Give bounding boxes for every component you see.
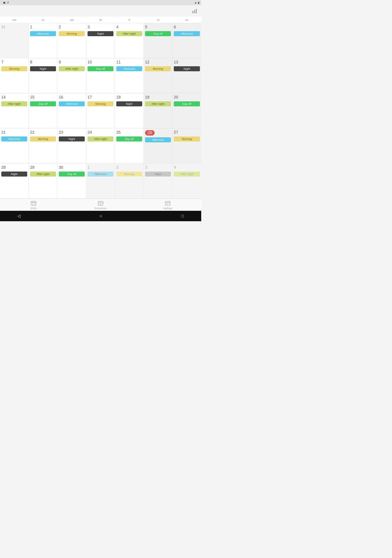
bar-chart-icon[interactable] bbox=[192, 9, 198, 15]
calendar-cell-1-5[interactable]: 12Morning bbox=[144, 58, 172, 93]
cell-date: 26 bbox=[145, 130, 155, 136]
calendar-cell-4-3[interactable]: 1Afternoon bbox=[86, 164, 115, 198]
calendar-cell-4-5[interactable]: 3Night bbox=[144, 164, 172, 198]
cell-date: 3 bbox=[87, 25, 113, 29]
shift-badge: Day off bbox=[87, 66, 113, 71]
calendar-cell-0-5[interactable]: 5Day off bbox=[144, 23, 172, 58]
cell-date: 4 bbox=[174, 165, 200, 170]
calendar-cell-4-2[interactable]: 30Day off bbox=[58, 164, 86, 198]
cell-date: 19 bbox=[145, 95, 171, 100]
calendar-cell-0-0[interactable]: 31 bbox=[0, 23, 29, 58]
cell-date: 28 bbox=[1, 165, 27, 170]
shift-badge: Morning bbox=[174, 136, 200, 141]
calendar-week-2: 14After night15Day off16Afternoon17Morni… bbox=[0, 93, 201, 128]
cell-date: 5 bbox=[145, 25, 171, 29]
calendar-cell-4-0[interactable]: 28Night bbox=[0, 164, 29, 198]
day-header-fr: fr bbox=[115, 17, 144, 23]
svg-rect-2 bbox=[196, 9, 197, 13]
calendar-cell-2-3[interactable]: 17Morning bbox=[86, 93, 115, 128]
status-left: ▣ ↺ bbox=[2, 1, 9, 4]
back-button[interactable]: ◁ bbox=[17, 214, 20, 218]
shift-badge: Day off bbox=[174, 101, 200, 106]
svg-rect-0 bbox=[192, 11, 193, 13]
calendar-cell-0-6[interactable]: 6Afternoon bbox=[172, 23, 201, 58]
cell-date: 7 bbox=[1, 60, 27, 64]
battery-icon: ▮ bbox=[198, 1, 199, 4]
cell-date: 27 bbox=[174, 130, 200, 135]
cell-date: 1 bbox=[30, 25, 56, 29]
day-header-mo: mo bbox=[0, 17, 29, 23]
calendar-cell-4-6[interactable]: 4After night bbox=[172, 164, 201, 198]
calendar-cell-2-0[interactable]: 14After night bbox=[0, 93, 29, 128]
calendar-cell-0-3[interactable]: 3Night bbox=[86, 23, 115, 58]
day-header-st: st bbox=[144, 17, 172, 23]
cell-date: 16 bbox=[59, 95, 85, 100]
calendar-cell-1-1[interactable]: 8Night bbox=[29, 58, 58, 93]
shift-badge: After night bbox=[87, 136, 113, 141]
shift-badge: After night bbox=[174, 172, 200, 176]
shift-badge: Afternoon bbox=[145, 137, 171, 142]
shift-badge: Morning bbox=[87, 101, 113, 106]
calendar-cell-3-4[interactable]: 25Day off bbox=[115, 128, 144, 163]
cell-date: 6 bbox=[174, 25, 200, 29]
calendar-cell-3-0[interactable]: 21Afternoon bbox=[0, 128, 29, 163]
calendar-cell-3-1[interactable]: 22Morning bbox=[29, 128, 58, 163]
calendar-cell-3-3[interactable]: 24After night bbox=[86, 128, 115, 163]
home-button[interactable]: ○ bbox=[100, 214, 102, 218]
calendar-cell-3-2[interactable]: 23Night bbox=[58, 128, 86, 163]
nav-shifts-label: Shifts bbox=[30, 207, 37, 210]
cell-date: 25 bbox=[116, 130, 142, 135]
shift-badge: Afternoon bbox=[116, 66, 142, 71]
calendar-cell-1-3[interactable]: 10Day off bbox=[86, 58, 115, 93]
status-bar: ▣ ↺ ▲ ▮ bbox=[0, 0, 201, 5]
shift-badge: After night bbox=[1, 101, 27, 106]
calendar-cell-0-1[interactable]: 1Afternoon bbox=[29, 23, 58, 58]
nav-schedules[interactable]: Schedules bbox=[92, 201, 109, 210]
calendar-cell-0-4[interactable]: 4After night bbox=[115, 23, 144, 58]
cell-date: 1 bbox=[87, 165, 113, 170]
status-right: ▲ ▮ bbox=[195, 1, 199, 4]
calendar-cell-4-4[interactable]: 2Morning bbox=[115, 164, 144, 198]
shift-badge: Afternoon bbox=[59, 101, 85, 106]
sync-icon: ↺ bbox=[7, 1, 9, 4]
cell-date: 18 bbox=[116, 95, 142, 100]
cell-date: 31 bbox=[1, 25, 27, 29]
calendar-cell-2-2[interactable]: 16Afternoon bbox=[58, 93, 86, 128]
shift-badge: Night bbox=[87, 31, 113, 36]
calendar-week-4: 28Night29After night30Day off1Afternoon2… bbox=[0, 164, 201, 199]
app-header bbox=[0, 5, 201, 17]
calendar-cell-0-2[interactable]: 2Morning bbox=[58, 23, 86, 58]
calendar-cell-2-6[interactable]: 20Day off bbox=[172, 93, 201, 128]
day-header-we: we bbox=[58, 17, 86, 23]
shift-badge: After night bbox=[59, 66, 85, 71]
shift-badge: Morning bbox=[145, 66, 171, 71]
shift-badge: Day off bbox=[30, 101, 56, 106]
calendar-cell-4-1[interactable]: 29After night bbox=[29, 164, 58, 198]
shift-badge: Day off bbox=[59, 172, 85, 176]
calendar-cell-2-5[interactable]: 19After night bbox=[144, 93, 172, 128]
recents-button[interactable]: □ bbox=[181, 214, 184, 218]
day-headers: motuwethfrstsu bbox=[0, 17, 201, 23]
calendar-cell-1-2[interactable]: 9After night bbox=[58, 58, 86, 93]
cell-date: 22 bbox=[30, 130, 56, 135]
calendar-cell-1-0[interactable]: 7Morning bbox=[0, 58, 29, 93]
calendar-cell-3-6[interactable]: 27Morning bbox=[172, 128, 201, 163]
shift-badge: Morning bbox=[30, 136, 56, 141]
nav-settings[interactable]: Settings bbox=[159, 201, 176, 210]
day-header-tu: tu bbox=[29, 17, 58, 23]
cell-date: 21 bbox=[1, 130, 27, 135]
cell-date: 2 bbox=[59, 25, 85, 29]
cell-date: 17 bbox=[87, 95, 113, 100]
bottom-nav: Shifts Schedules Settings bbox=[0, 199, 201, 211]
calendar-cell-3-5[interactable]: 26Afternoon bbox=[144, 128, 172, 163]
calendar-week-3: 21Afternoon22Morning23Night24After night… bbox=[0, 128, 201, 164]
nav-shifts[interactable]: Shifts bbox=[25, 201, 42, 210]
svg-rect-3 bbox=[31, 201, 36, 206]
shift-badge: Afternoon bbox=[30, 31, 56, 36]
day-header-su: su bbox=[172, 17, 201, 23]
calendar-cell-1-6[interactable]: 13Night bbox=[172, 58, 201, 93]
calendar-cell-1-4[interactable]: 11Afternoon bbox=[115, 58, 144, 93]
calendar-cell-2-4[interactable]: 18Night bbox=[115, 93, 144, 128]
cell-date: 11 bbox=[116, 60, 142, 64]
calendar-cell-2-1[interactable]: 15Day off bbox=[29, 93, 58, 128]
